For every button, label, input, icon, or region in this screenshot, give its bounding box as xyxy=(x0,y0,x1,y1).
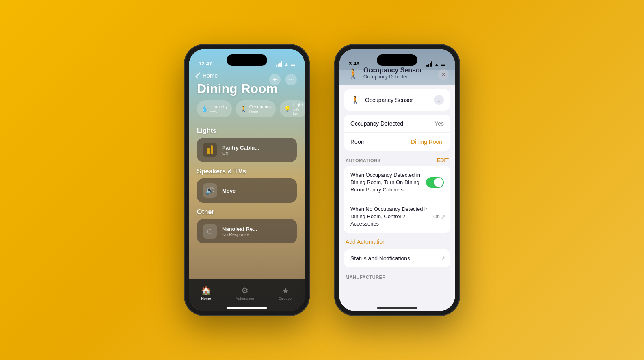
humidity-icon: 💧 xyxy=(201,106,208,112)
on-label: On xyxy=(433,214,440,219)
status-icons-2: ▲ ▬ xyxy=(426,61,445,67)
home-indicator-1 xyxy=(227,307,267,309)
room-label: Room xyxy=(350,139,411,145)
toggle-knob xyxy=(434,178,443,187)
sensor-occupancy[interactable]: 🚶 Occupancy None xyxy=(236,100,276,117)
sensor-humidity[interactable]: 💧 Humidity —% xyxy=(197,100,232,117)
sensor-humidity-info: Humidity —% xyxy=(210,104,228,113)
home-indicator-2 xyxy=(377,307,417,309)
pantry-bars-icon xyxy=(207,145,213,154)
light-icon: 💡 xyxy=(284,106,291,112)
status-chevron-right-icon xyxy=(440,256,445,260)
phone-1-content: 12:47 ▲ ▬ Home Dini xyxy=(189,49,305,311)
pantry-name: Pantry Cabin... xyxy=(222,145,259,151)
sensor-light-label: Light xyxy=(293,102,303,107)
time-1: 12:47 xyxy=(199,61,212,67)
sensor-info-badge[interactable]: ℹ xyxy=(434,95,444,105)
automations-card: When Occupancy Detected in Dining Room, … xyxy=(344,166,450,233)
detail-subtitle: Occupancy Detected xyxy=(363,74,422,80)
speakers-section-label: Speakers & TVs xyxy=(197,168,297,175)
move-device-card[interactable]: 🔊 Move xyxy=(197,178,297,203)
nav-automation-label: Automation xyxy=(236,297,254,301)
sensor-humidity-value: —% xyxy=(210,109,228,113)
nanoleaf-name: Nanoleaf Re... xyxy=(222,226,257,232)
phone-2: 3:46 ▲ ▬ 🚶 Occupancy Sensor xyxy=(334,44,460,316)
nav-discover-icon: ★ xyxy=(282,286,289,295)
close-button[interactable]: × xyxy=(438,69,449,80)
sensor-walk-icon: 🚶 xyxy=(350,95,360,104)
speaker-icon: 🔊 xyxy=(203,183,217,198)
sensor-bar: 💧 Humidity —% 🚶 Occupancy None 💡 xyxy=(189,100,305,121)
on-chevron-control[interactable]: On xyxy=(433,214,444,219)
main-sensor-card: 🚶 Occupancy Sensor ℹ xyxy=(344,89,450,111)
battery-icon-1: ▬ xyxy=(291,62,295,67)
details-card: Occupancy Detected Yes Room Dining Room xyxy=(344,115,450,151)
automation-row-1[interactable]: When Occupancy Detected in Dining Room, … xyxy=(344,166,450,200)
move-info: Move xyxy=(222,188,236,194)
nanoleaf-icon: ⬡ xyxy=(203,224,217,239)
room-row[interactable]: Room Dining Room xyxy=(344,133,450,151)
sensor-light[interactable]: 💡 Light 145 lux xyxy=(280,100,305,117)
bottom-nav: 🏠 Home ⚙ Automation ★ Discover xyxy=(189,279,305,311)
back-label: Home xyxy=(203,72,218,79)
room-value: Dining Room xyxy=(411,139,444,145)
automations-label: AUTOMATIONS xyxy=(346,158,380,163)
pantry-icon xyxy=(203,143,217,157)
nanoleaf-device-card[interactable]: ⬡ Nanoleaf Re... No Response xyxy=(197,219,297,243)
add-button[interactable]: + xyxy=(269,74,281,85)
occupancy-detected-value: Yes xyxy=(434,120,444,127)
sensor-occupancy-value: None xyxy=(249,109,272,113)
status-icons-1: ▲ ▬ xyxy=(276,61,295,67)
bottom-bar-2 xyxy=(339,287,455,311)
pantry-device-card[interactable]: Pantry Cabin... Off xyxy=(197,138,297,162)
toggle-on[interactable] xyxy=(426,177,444,188)
sensor-light-value: 145 lux xyxy=(293,107,303,115)
sensor-occupancy-label: Occupancy xyxy=(249,104,272,109)
signal-icon-2 xyxy=(426,61,432,67)
status-notifications-card[interactable]: Status and Notifications xyxy=(344,249,450,267)
phone-2-screen: 3:46 ▲ ▬ 🚶 Occupancy Sensor xyxy=(339,49,455,311)
add-automation[interactable]: Add Automation xyxy=(344,236,450,247)
other-section-label: Other xyxy=(197,208,297,216)
automations-header: AUTOMATIONS EDIT xyxy=(344,155,450,166)
dynamic-island-2 xyxy=(377,54,417,66)
nav-home-label: Home xyxy=(201,297,211,301)
automation-row-2[interactable]: When No Occupancy Detected in Dining Roo… xyxy=(344,200,450,234)
automation-1-text: When Occupancy Detected in Dining Room, … xyxy=(350,171,422,194)
automation-2-text: When No Occupancy Detected in Dining Roo… xyxy=(350,206,429,228)
wifi-icon-1: ▲ xyxy=(284,62,289,67)
chevron-left-icon xyxy=(195,72,202,79)
phone-1: 12:47 ▲ ▬ Home Dini xyxy=(184,44,310,316)
sensor-humidity-label: Humidity xyxy=(210,104,228,109)
manufacturer-label: MANUFACTURER xyxy=(346,275,386,280)
nav-home[interactable]: 🏠 Home xyxy=(201,286,211,301)
nav-automation[interactable]: ⚙ Automation xyxy=(236,286,254,301)
home-sections: Lights Pantry Cabin... Off Speakers & TV xyxy=(189,127,305,243)
nanoleaf-status: No Response xyxy=(222,232,257,237)
sensor-occupancy-info: Occupancy None xyxy=(249,104,272,113)
battery-icon-2: ▬ xyxy=(441,62,445,67)
more-button[interactable]: ··· xyxy=(285,74,297,85)
signal-icon-1 xyxy=(276,61,282,67)
edit-link[interactable]: EDIT xyxy=(437,157,449,163)
wifi-icon-2: ▲ xyxy=(434,62,439,67)
detail-header-walk-icon: 🚶 xyxy=(347,68,359,80)
nav-home-icon: 🏠 xyxy=(201,286,211,295)
detail-body: 🚶 Occupancy Sensor ℹ Occupancy Detected … xyxy=(339,85,455,283)
occupancy-detected-row: Occupancy Detected Yes xyxy=(344,115,450,133)
pantry-status: Off xyxy=(222,151,259,156)
sensor-light-info: Light 145 lux xyxy=(293,102,303,115)
occupancy-detected-label: Occupancy Detected xyxy=(350,120,434,127)
nav-discover[interactable]: ★ Discover xyxy=(279,286,293,301)
chevron-right-icon xyxy=(440,214,445,219)
time-2: 3:46 xyxy=(349,61,359,67)
add-automation-label: Add Automation xyxy=(346,239,386,245)
automations-section: AUTOMATIONS EDIT When Occupancy Detected… xyxy=(344,155,450,233)
dynamic-island-1 xyxy=(227,54,267,66)
move-name: Move xyxy=(222,188,236,194)
occupancy-icon: 🚶 xyxy=(240,106,247,112)
main-sensor-row: 🚶 Occupancy Sensor ℹ xyxy=(344,89,450,111)
manufacturer-section: MANUFACTURER xyxy=(339,270,455,282)
pantry-info: Pantry Cabin... Off xyxy=(222,145,259,156)
sensor-name-label: Occupancy Sensor xyxy=(365,97,434,103)
